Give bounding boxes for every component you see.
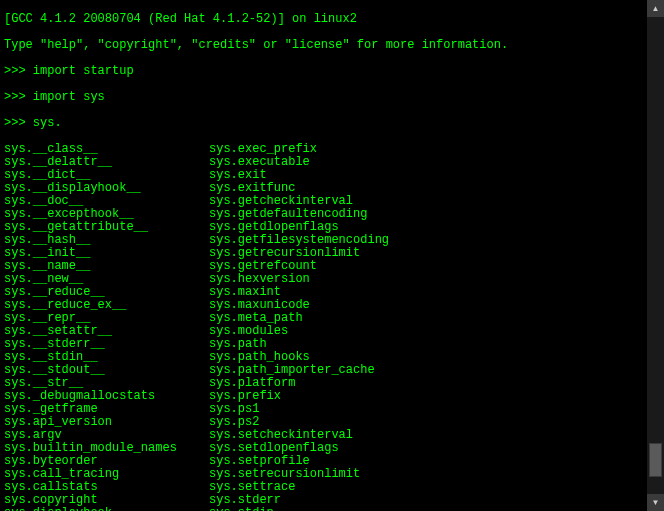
completion-row: sys.displayhooksys.stdin	[4, 507, 651, 511]
terminal-output[interactable]: [GCC 4.1.2 20080704 (Red Hat 4.1.2-52)] …	[0, 0, 655, 511]
completion-item: sys.stdin	[209, 507, 274, 511]
prompt-line-3: >>> sys.	[4, 117, 651, 130]
completion-row: sys._debugmallocstatssys.prefix	[4, 390, 651, 403]
scroll-down-button[interactable]: ▼	[647, 494, 664, 511]
banner-gcc: [GCC 4.1.2 20080704 (Red Hat 4.1.2-52)] …	[4, 13, 651, 26]
completion-item: sys.displayhook	[4, 507, 209, 511]
completion-row: sys.builtin_module_namessys.setdlopenfla…	[4, 442, 651, 455]
completion-row: sys.__name__sys.getrefcount	[4, 260, 651, 273]
completion-row: sys.__stderr__sys.path	[4, 338, 651, 351]
prompt-line-2: >>> import sys	[4, 91, 651, 104]
completion-row: sys.__reduce_ex__sys.maxunicode	[4, 299, 651, 312]
prompt-line-1: >>> import startup	[4, 65, 651, 78]
completion-row: sys.__stdout__sys.path_importer_cache	[4, 364, 651, 377]
completion-row: sys.__delattr__sys.executable	[4, 156, 651, 169]
scroll-up-button[interactable]: ▲	[647, 0, 664, 17]
completion-list: sys.__class__sys.exec_prefixsys.__delatt…	[4, 143, 651, 511]
scroll-track[interactable]	[647, 17, 664, 494]
completion-row: sys.callstatssys.settrace	[4, 481, 651, 494]
scroll-thumb[interactable]	[649, 443, 662, 477]
banner-help: Type "help", "copyright", "credits" or "…	[4, 39, 651, 52]
completion-row: sys.__init__sys.getrecursionlimit	[4, 247, 651, 260]
scrollbar[interactable]: ▲ ▼	[647, 0, 664, 511]
completion-row: sys.call_tracingsys.setrecursionlimit	[4, 468, 651, 481]
